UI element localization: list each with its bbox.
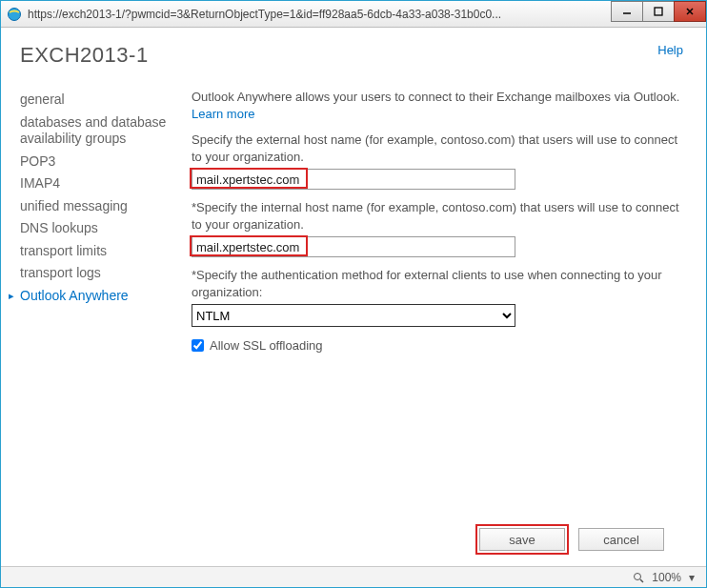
nav-item-transport-limits[interactable]: transport limits	[20, 240, 182, 263]
address-url: https://exch2013-1/?pwmcid=3&ReturnObjec…	[28, 8, 611, 21]
external-host-input[interactable]	[192, 169, 515, 190]
nav-item-unified-messaging[interactable]: unified messaging	[20, 195, 182, 218]
svg-point-5	[635, 573, 641, 579]
help-link[interactable]: Help	[657, 43, 683, 57]
intro-sentence: Outlook Anywhere allows your users to co…	[192, 90, 679, 104]
nav-item-outlook-anywhere[interactable]: Outlook Anywhere	[20, 285, 182, 308]
nav-item-dns-lookups[interactable]: DNS lookups	[20, 217, 182, 240]
page-title: EXCH2013-1	[20, 43, 687, 68]
close-button[interactable]	[674, 1, 706, 22]
svg-line-6	[640, 579, 643, 582]
external-host-label: Specify the external host name (for exam…	[192, 132, 687, 165]
page-body: Help EXCH2013-1 general databases and da…	[1, 28, 706, 566]
nav-item-general[interactable]: general	[20, 89, 182, 112]
internal-host-input[interactable]	[192, 236, 515, 257]
zoom-level[interactable]: 100%	[652, 571, 681, 584]
maximize-button[interactable]	[642, 1, 675, 22]
dialog-window: https://exch2013-1/?pwmcid=3&ReturnObjec…	[0, 0, 707, 588]
svg-rect-2	[655, 8, 662, 15]
magnifier-icon	[633, 572, 644, 583]
nav-item-pop3[interactable]: POP3	[20, 151, 182, 173]
statusbar: 100% ▾	[1, 566, 706, 587]
zoom-dropdown-icon[interactable]: ▾	[689, 571, 695, 584]
titlebar: https://exch2013-1/?pwmcid=3&ReturnObjec…	[1, 1, 706, 28]
intro-text: Outlook Anywhere allows your users to co…	[192, 89, 687, 122]
footer-buttons: save cancel	[20, 528, 687, 551]
nav-item-dag[interactable]: databases and database availability grou…	[20, 112, 182, 151]
ssl-offloading-label: Allow SSL offloading	[210, 338, 323, 353]
internal-host-label: *Specify the internal host name (for exa…	[192, 199, 687, 233]
save-button[interactable]: save	[479, 528, 565, 551]
svg-point-0	[9, 8, 21, 20]
auth-method-label: *Specify the authentication method for e…	[192, 267, 687, 300]
minimize-button[interactable]	[611, 1, 643, 22]
auth-method-select[interactable]: NTLM	[192, 304, 515, 327]
ssl-offloading-checkbox[interactable]	[192, 339, 204, 352]
nav-item-imap4[interactable]: IMAP4	[20, 172, 182, 195]
cancel-button[interactable]: cancel	[578, 528, 664, 551]
ie-icon	[7, 7, 22, 22]
nav-item-transport-logs[interactable]: transport logs	[20, 262, 182, 285]
main-layout: general databases and database availabil…	[20, 89, 687, 528]
sidebar-nav: general databases and database availabil…	[20, 89, 192, 528]
window-controls	[611, 1, 706, 27]
content-pane: Outlook Anywhere allows your users to co…	[192, 89, 687, 528]
learn-more-link[interactable]: Learn more	[192, 107, 254, 121]
